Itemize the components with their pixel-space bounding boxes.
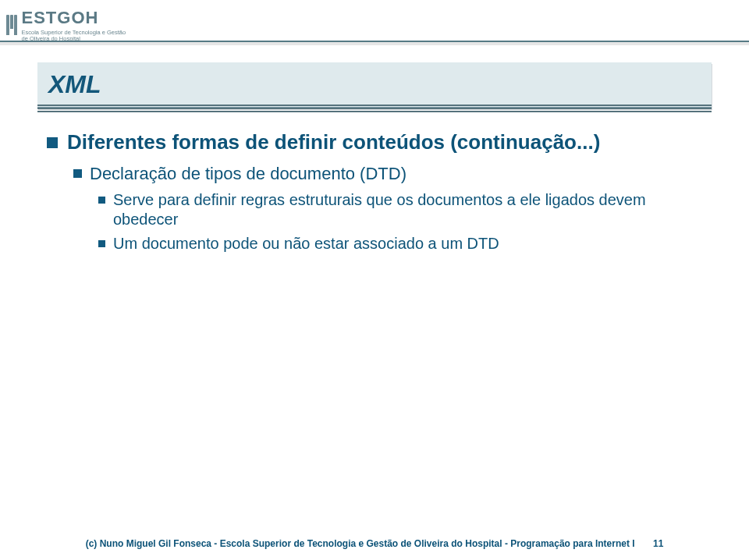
footer-text: (c) Nuno Miguel Gil Fonseca - Escola Sup…	[86, 538, 635, 549]
bullet-level3-text: Um documento pode ou não estar associado…	[113, 234, 499, 253]
header-shadow	[0, 42, 749, 45]
slide-footer: (c) Nuno Miguel Gil Fonseca - Escola Sup…	[0, 538, 749, 549]
bullet-level2: Declaração de tipos de documento (DTD)	[73, 163, 702, 185]
bullet-level3: Serve para definir regras estruturais qu…	[98, 190, 702, 229]
square-bullet-icon	[98, 197, 105, 204]
bullet-level3-text: Serve para definir regras estruturais qu…	[113, 190, 702, 229]
bullet-level1: Diferentes formas de definir conteúdos (…	[47, 129, 702, 155]
slide-content: Diferentes formas de definir conteúdos (…	[47, 125, 702, 258]
square-bullet-icon	[73, 169, 82, 178]
bullet-level3: Um documento pode ou não estar associado…	[98, 234, 702, 253]
logo: ESTGOH Escola Superior de Tecnologia e G…	[6, 8, 126, 42]
slide-title: XML	[37, 62, 712, 108]
square-bullet-icon	[47, 137, 58, 148]
page-number: 11	[653, 538, 663, 549]
logo-pillars-icon	[6, 15, 17, 35]
logo-text: ESTGOH	[22, 8, 126, 28]
bullet-level1-text: Diferentes formas de definir conteúdos (…	[67, 129, 600, 155]
bullet-level2-text: Declaração de tipos de documento (DTD)	[90, 163, 406, 185]
square-bullet-icon	[98, 240, 105, 247]
title-stripes-decoration	[37, 105, 712, 112]
